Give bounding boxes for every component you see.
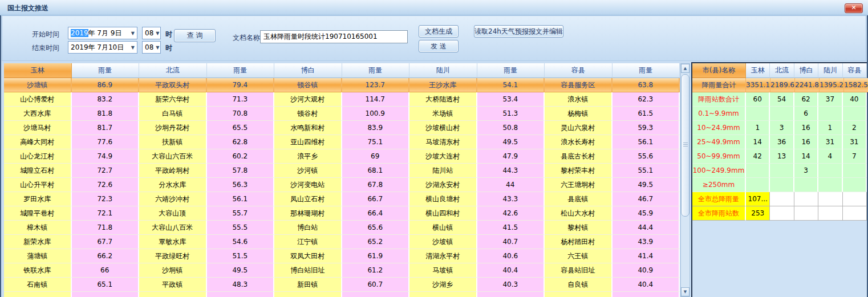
rain-value-cell[interactable]: 72.6 xyxy=(72,178,140,192)
station-name-cell[interactable]: 罗田水库 xyxy=(4,192,72,206)
rain-value-cell[interactable]: 54.1 xyxy=(477,78,545,92)
station-name-cell[interactable]: 王沙水库 xyxy=(409,78,477,92)
rain-value-cell[interactable]: 72.7 xyxy=(72,164,140,178)
rain-value-cell[interactable]: 55.6 xyxy=(613,149,680,164)
summary-header-county[interactable]: 博白 xyxy=(794,63,818,78)
rain-value-cell[interactable]: 45.9 xyxy=(613,206,680,221)
station-name-cell[interactable]: 横山四和村 xyxy=(409,206,477,221)
rain-value-cell[interactable]: 65.1 xyxy=(72,278,140,292)
station-name-cell[interactable]: 横山良塘村 xyxy=(409,192,477,206)
station-name-cell[interactable]: 马坡镇 xyxy=(409,263,477,278)
rain-value-cell[interactable]: 83.2 xyxy=(72,92,140,107)
start-hour-dropdown-icon[interactable]: ▼ xyxy=(153,31,159,36)
query-button[interactable]: 查 询 xyxy=(174,29,216,42)
station-name-cell[interactable]: 扶新镇 xyxy=(139,135,207,149)
rain-value-cell[interactable]: 62.8 xyxy=(207,135,275,149)
table-row[interactable]: 沙塘镇86.9平政双头村79.4顿谷镇123.7王沙水库54.1容县服务区63.… xyxy=(4,78,680,92)
column-header-city[interactable]: 陆川 xyxy=(409,63,477,78)
station-name-cell[interactable]: 山心龙江村 xyxy=(4,149,72,164)
rain-value-cell[interactable]: 65.2 xyxy=(342,235,410,249)
summary-range-row[interactable]: 100~249.9mm3 xyxy=(692,164,867,178)
rain-value-cell[interactable]: 65.5 xyxy=(207,121,275,135)
station-name-cell[interactable]: 沙河镇 xyxy=(274,164,342,178)
station-name-cell[interactable]: 沙垌丹花村 xyxy=(139,121,207,135)
close-button[interactable]: ✕ xyxy=(845,3,863,13)
rain-value-cell[interactable]: 60.2 xyxy=(207,149,275,164)
summary-range-row[interactable]: 降雨站数合计6054623740 xyxy=(692,92,867,107)
rain-value-cell[interactable]: 46.7 xyxy=(613,192,680,206)
summary-header-county[interactable]: 陆川 xyxy=(818,63,842,78)
rain-value-cell[interactable]: 77.6 xyxy=(72,135,140,149)
rain-value-cell[interactable]: 40.7 xyxy=(477,235,545,249)
table-row[interactable]: 蒲塘镇66.2平政绿旺村51.5双凤大田村61.9清湖永平村40.6六王镇41.… xyxy=(4,249,680,263)
station-name-cell[interactable]: 容县服务区 xyxy=(545,78,613,92)
column-header-city[interactable]: 北流 xyxy=(139,63,207,78)
table-row[interactable]: 山心博爱村83.2新荣六华村71.3沙河大观村114.7大桥陆透村53.4浪水镇… xyxy=(4,92,680,107)
rain-value-cell[interactable]: 61.2 xyxy=(342,263,410,278)
station-name-cell[interactable]: 分水水库 xyxy=(139,178,207,192)
send-button[interactable]: 发 送 xyxy=(419,40,459,52)
rain-value-cell[interactable]: 53.4 xyxy=(477,92,545,107)
station-name-cell[interactable]: 石南镇 xyxy=(4,278,72,292)
station-name-cell[interactable]: 沙垌镇 xyxy=(139,263,207,278)
summary-header-county[interactable]: 北流 xyxy=(770,63,794,78)
station-name-cell[interactable]: 六靖沙冲村 xyxy=(139,192,207,206)
rain-value-cell[interactable]: 65.6 xyxy=(342,221,410,235)
table-row[interactable]: 城隍立石村72.7平政岭垌村57.8沙河镇68.1陆川站44.3黎村荣丰村55.… xyxy=(4,164,680,178)
table-row[interactable]: 城隍平巷村72.1大容山顶55.7那林珊瑚村66.4横山四和村42.6松山大水村… xyxy=(4,206,680,221)
station-name-cell[interactable]: 亚山四维村 xyxy=(274,135,342,149)
station-name-cell[interactable]: 樟木镇 xyxy=(4,221,72,235)
rain-value-cell[interactable]: 83.9 xyxy=(342,121,410,135)
station-name-cell[interactable]: 高峰大同村 xyxy=(4,135,72,149)
rain-value-cell[interactable]: 79.4 xyxy=(207,78,275,92)
rain-value-cell[interactable]: 51.3 xyxy=(477,107,545,121)
station-name-cell[interactable]: 城隍立石村 xyxy=(4,164,72,178)
station-name-cell[interactable]: 江宁镇 xyxy=(274,235,342,249)
rain-value-cell[interactable]: 67.8 xyxy=(342,178,410,192)
station-name-cell[interactable]: 六王塘垌村 xyxy=(545,178,613,192)
station-name-cell[interactable]: 沙河变电站 xyxy=(274,178,342,192)
end-hour-select[interactable]: 08 ▼ xyxy=(142,41,161,54)
column-header-rain[interactable]: 雨量 xyxy=(613,63,680,78)
station-name-cell[interactable]: 城隍平巷村 xyxy=(4,206,72,221)
station-name-cell[interactable]: 陆川站 xyxy=(409,164,477,178)
station-name-cell[interactable]: 六王镇 xyxy=(545,249,613,263)
station-name-cell[interactable]: 浪平乡 xyxy=(274,149,342,164)
rain-value-cell[interactable]: 49.5 xyxy=(477,135,545,149)
rain-value-cell[interactable]: 66.2 xyxy=(72,249,140,263)
rain-value-cell[interactable]: 66.7 xyxy=(342,192,410,206)
end-hour-dropdown-icon[interactable]: ▼ xyxy=(153,45,159,50)
rain-value-cell[interactable]: 55.7 xyxy=(207,206,275,221)
station-name-cell[interactable]: 大西水库 xyxy=(4,107,72,121)
summary-range-row[interactable]: 10~24.9mm131612 xyxy=(692,121,867,135)
rain-value-cell[interactable]: 60.7 xyxy=(342,278,410,292)
rain-value-cell[interactable]: 71.3 xyxy=(207,92,275,107)
rain-value-cell[interactable]: 41.5 xyxy=(477,221,545,235)
end-date-dropdown-icon[interactable]: ▼ xyxy=(129,45,135,50)
rain-value-cell[interactable]: 66.4 xyxy=(342,206,410,221)
rain-value-cell[interactable]: 66 xyxy=(72,263,140,278)
station-name-cell[interactable]: 博白站旧址 xyxy=(274,263,342,278)
rain-value-cell[interactable]: 71.8 xyxy=(72,221,140,235)
start-hour-select[interactable]: 08 ▼ xyxy=(142,27,161,39)
summary-header-label[interactable]: 市(县)名称 xyxy=(692,63,746,78)
column-header-rain[interactable]: 雨量 xyxy=(342,63,410,78)
station-name-cell[interactable]: 米场镇 xyxy=(409,107,477,121)
rain-value-cell[interactable]: 40.4 xyxy=(477,263,545,278)
station-name-cell[interactable]: 大容山六百米 xyxy=(139,149,207,164)
summary-range-row[interactable]: ≥250mm xyxy=(692,178,867,192)
table-row[interactable]: 石南镇65.1平政镇48.3新田镇60.7沙湖乡40.3自良镇40.4 xyxy=(4,278,680,292)
rain-value-cell[interactable]: 69 xyxy=(342,149,410,164)
rain-value-cell[interactable]: 55.5 xyxy=(207,221,275,235)
station-name-cell[interactable]: 覃敏水库 xyxy=(139,235,207,249)
rain-value-cell[interactable]: 40.4 xyxy=(613,278,680,292)
generate-doc-button[interactable]: 文档生成 xyxy=(419,25,459,38)
start-date-dropdown-icon[interactable]: ▼ xyxy=(129,31,135,36)
column-header-city[interactable]: 玉林 xyxy=(4,63,72,78)
summary-footer-row[interactable]: 全市降雨站数253 xyxy=(692,206,867,221)
station-name-cell[interactable]: 大桥陆透村 xyxy=(409,92,477,107)
station-name-cell[interactable]: 沙坡横山村 xyxy=(409,121,477,135)
rain-value-cell[interactable]: 43.9 xyxy=(613,235,680,249)
station-name-cell[interactable]: 平政镇 xyxy=(139,278,207,292)
station-name-cell[interactable]: 博白站 xyxy=(274,221,342,235)
